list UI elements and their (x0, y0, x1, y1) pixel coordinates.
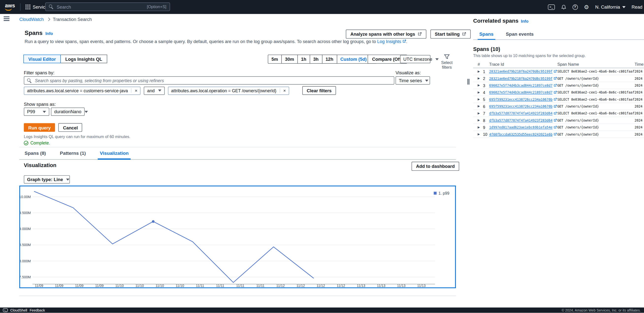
external-link-icon (554, 105, 557, 108)
tab-span-events[interactable]: Span events (504, 29, 535, 40)
column-trace-id[interactable]: Trace Id (489, 62, 557, 66)
graph-type-select[interactable]: Graph type: Line (24, 175, 70, 183)
row-number: 10 (483, 132, 489, 136)
svg-text:11/09: 11/09 (95, 284, 104, 288)
run-query-button[interactable]: Run query (24, 123, 55, 132)
breadcrumb-cloudwatch-link[interactable]: CloudWatch (19, 17, 44, 22)
clear-filters-button[interactable]: Clear filters (302, 86, 336, 95)
trace-id-link[interactable]: 28321ae6ed79b218f6a2470d6c95199f (489, 70, 557, 73)
table-row: ▶8dfb3a577d077074f4fa414923f283d64GET /o… (473, 117, 644, 124)
start-tailing-button[interactable]: Start tailing (430, 29, 471, 39)
trace-id-link[interactable]: 696027e5f74d4b3cad844c21897ce8d7 (489, 84, 557, 87)
hamburger-menu-icon[interactable] (4, 16, 9, 17)
settings-gear-icon[interactable]: ⚙ (584, 4, 589, 10)
console-search[interactable]: [Option+S] (45, 2, 170, 11)
span-time: 2024 (635, 111, 644, 115)
svg-text:11/13: 11/13 (377, 284, 386, 288)
query-actions: Run query Cancel (24, 123, 82, 132)
column-number[interactable]: # (478, 62, 489, 66)
log-insights-link[interactable]: Log Insights (377, 39, 406, 44)
filter-operator-select[interactable]: and (144, 86, 164, 94)
region-selector[interactable]: N. California (595, 4, 626, 9)
filter-chip-operation[interactable]: attributes.aws.local.operation = GET /ow… (168, 86, 289, 94)
trace-id-link[interactable]: 1d997ed817aad623ae1ebc69b1efa54e (489, 125, 557, 129)
result-tabs: Spans (8)Patterns (1)Visualization (19, 148, 456, 160)
correlated-info-link[interactable]: Info (521, 19, 528, 23)
expand-row-icon[interactable]: ▶ (478, 119, 483, 122)
time-range-3h[interactable]: 3h (310, 55, 322, 64)
cloudshell-icon[interactable]: >_ (548, 4, 555, 10)
tab-visual-editor[interactable]: Visual Editor (24, 55, 61, 63)
svg-text:11/11: 11/11 (256, 284, 264, 288)
spans-info-link[interactable]: Info (45, 31, 53, 36)
filter-spans-input[interactable] (34, 77, 391, 83)
timezone-select[interactable]: UTC timezone (400, 55, 430, 63)
tab-spans[interactable]: Spans (478, 29, 495, 40)
trace-id-link[interactable]: 696027e5f74d4b3cad844c21897ce8d7 (489, 91, 557, 94)
table-row: ▶128321ae6ed79b218f6a2470d6c95199fSELECT… (473, 68, 644, 75)
expand-row-icon[interactable]: ▶ (478, 98, 483, 101)
trace-id-link[interactable]: 28321ae6ed79b218f6a2470d6c95199f (489, 76, 557, 80)
tab-patterns-1-[interactable]: Patterns (1) (58, 148, 88, 160)
aws-logo[interactable]: aws (5, 3, 15, 10)
trace-id-link[interactable]: 4f60fbccda632535d55eec0243921e6b (489, 132, 557, 136)
external-link-icon (554, 70, 557, 73)
spans-chart: 10.00M9.500M9.000M8.500M8.000M7.500M11/0… (20, 186, 455, 287)
table-row: ▶6695f599231ecc4138726cc234a10670bGET /o… (473, 103, 644, 110)
trace-id-link[interactable]: dfb3a577d077074f4fa414923f283d64 (489, 118, 557, 122)
chart-legend[interactable]: 1. p99 (434, 191, 449, 195)
spans-header: Spans Info (24, 29, 53, 36)
expand-row-icon[interactable]: ▶ (478, 133, 483, 136)
chevron-down-icon (426, 79, 428, 81)
trace-id-link[interactable]: dfb3a577d077074f4fa414923f283d64 (489, 111, 557, 115)
expand-row-icon[interactable]: ▶ (478, 105, 483, 108)
cloudshell-icon[interactable]: >_ (3, 308, 8, 312)
expand-row-icon[interactable]: ▶ (478, 70, 483, 73)
tab-spans-8-[interactable]: Spans (8) (23, 148, 48, 160)
filter-search-box (24, 76, 394, 84)
visualize-as-select[interactable]: Time series (396, 76, 430, 84)
remove-filter-icon[interactable]: × (280, 88, 286, 93)
field-select[interactable]: durationNano (51, 107, 85, 116)
time-range-30m[interactable]: 30m (282, 55, 298, 64)
row-number: 1 (483, 69, 489, 74)
correlated-spans-table: # Trace Id Span Name Time ▶128321ae6ed79… (473, 61, 644, 138)
feedback-link[interactable]: Feedback (30, 308, 45, 312)
cloudshell-link[interactable]: CloudShell (10, 308, 27, 312)
add-to-dashboard-button[interactable]: Add to dashboard (412, 162, 459, 171)
row-number: 3 (483, 83, 489, 88)
select-filters-button[interactable]: Select filters (439, 54, 455, 69)
analyze-spans-button[interactable]: Analyze spans with other logs (346, 29, 426, 39)
panel-resize-handle[interactable] (468, 79, 470, 84)
filter-chip-service[interactable]: attributes.aws.local.service = customers… (24, 86, 140, 94)
time-range-5m[interactable]: 5m (268, 55, 282, 64)
time-range-12h[interactable]: 12h (322, 55, 337, 64)
span-time: 2024 (635, 91, 644, 94)
table-row: ▶5695f599231ecc4138726cc234a10670bSELECT… (473, 96, 644, 103)
tab-visualization[interactable]: Visualization (98, 148, 131, 160)
help-icon[interactable]: ? (572, 4, 578, 10)
column-time[interactable]: Time (635, 62, 644, 66)
account-menu[interactable]: Read (632, 4, 642, 9)
expand-row-icon[interactable]: ▶ (478, 126, 483, 129)
expand-row-icon[interactable]: ▶ (478, 91, 483, 94)
tab-logs-insights-ql[interactable]: Logs Insights QL (60, 55, 107, 63)
legend-label: 1. p99 (438, 191, 449, 195)
search-input[interactable] (56, 4, 147, 9)
spans-chart-card[interactable]: 10.00M9.500M9.000M8.500M8.000M7.500M11/0… (19, 186, 456, 288)
expand-row-icon[interactable]: ▶ (478, 77, 483, 80)
trace-id-link[interactable]: 695f599231ecc4138726cc234a10670b (489, 97, 557, 101)
metric-select[interactable]: P99 (24, 107, 49, 116)
time-range-1h[interactable]: 1h (298, 55, 310, 64)
notifications-bell-icon[interactable] (561, 4, 566, 10)
remove-filter-icon[interactable]: × (131, 88, 137, 93)
cancel-button[interactable]: Cancel (58, 123, 82, 132)
expand-row-icon[interactable]: ▶ (478, 84, 483, 87)
copyright-text: © 2024, Amazon Web Services, Inc. or its… (562, 308, 640, 312)
span-time: 2024 (635, 125, 644, 129)
cloudwatch-transaction-search-page: aws Services [Option+S] >_ ? ⚙ N. Califo… (0, 0, 644, 313)
legend-swatch (434, 192, 436, 195)
expand-row-icon[interactable]: ▶ (478, 112, 483, 115)
column-span-name[interactable]: Span Name (557, 62, 635, 66)
trace-id-link[interactable]: 695f599231ecc4138726cc234a10670b (489, 105, 557, 108)
